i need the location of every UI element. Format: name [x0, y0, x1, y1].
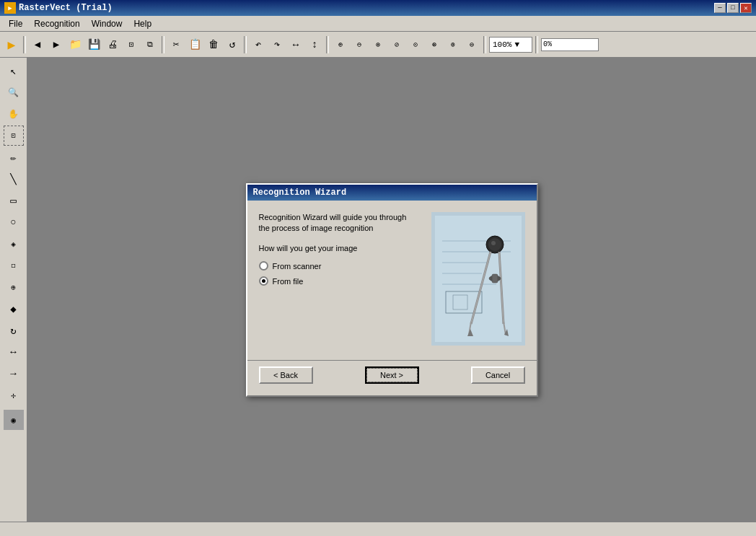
tb-tool7[interactable]: ⊚: [444, 36, 462, 53]
main-area: ↖ 🔍 ✋ ⊡ ✏ ╲ ▭ ○ ◈ ◻ ⊕ ◆ ↻ ↔ → ✢ ◉ Recogn…: [0, 58, 756, 522]
tool-rectangle[interactable]: ▭: [4, 190, 24, 211]
menu-bar: File Recognition Window Help: [0, 16, 756, 32]
tool-pointer[interactable]: ↖: [4, 61, 24, 81]
tool-circle[interactable]: ○: [4, 212, 24, 232]
tool-line[interactable]: ╲: [4, 169, 24, 189]
wizard-image: [431, 212, 525, 346]
tool-node-edit[interactable]: ◆: [4, 299, 24, 319]
tool-pencil[interactable]: ✏: [4, 147, 24, 167]
app-icon: ▶: [4, 2, 16, 14]
tb-paste[interactable]: 📋: [186, 36, 203, 53]
separator-2: [162, 36, 164, 53]
back-button[interactable]: < Back: [259, 366, 313, 384]
tool-eraser[interactable]: ◻: [4, 255, 24, 276]
tool-fill[interactable]: ◈: [4, 234, 24, 254]
svg-rect-21: [492, 274, 498, 283]
title-bar-controls: ─ □ ✕: [714, 3, 752, 13]
wizard-description: Recognition Wizard will guide you throug…: [259, 212, 423, 234]
wizard-question: How will you get your image: [259, 244, 423, 252]
tb-forward[interactable]: ▶: [48, 36, 65, 53]
wizard-dialog: Recognition Wizard Recognition Wizard wi…: [246, 183, 538, 397]
title-bar: ▶ RasterVect (Trial) ─ □ ✕: [0, 0, 756, 16]
title-bar-left: ▶ RasterVect (Trial): [4, 2, 113, 14]
progress-bar: 0%: [541, 38, 599, 51]
toolbar: ▶ ◀ ▶ 📁 💾 🖨 ⊡ ⧉ ✂ 📋 🗑 ↺ ↶ ↷ ↔ ↕ ⊕ ⊖ ⊗ ⊘ …: [0, 32, 756, 58]
status-text: [3, 525, 8, 534]
cancel-button[interactable]: Cancel: [471, 366, 525, 384]
tb-tool4[interactable]: ⊘: [388, 36, 405, 53]
tb-tool1[interactable]: ⊕: [332, 36, 349, 53]
menu-window[interactable]: Window: [86, 17, 128, 30]
tb-back[interactable]: ◀: [29, 36, 46, 53]
toolbar-logo: ▶: [3, 36, 20, 53]
tool-zoom[interactable]: 🔍: [4, 82, 24, 102]
menu-help[interactable]: Help: [128, 17, 157, 30]
left-toolbar: ↖ 🔍 ✋ ⊡ ✏ ╲ ▭ ○ ◈ ◻ ⊕ ◆ ↻ ↔ → ✢ ◉: [0, 58, 27, 522]
radio-scanner-label: From scanner: [273, 262, 322, 271]
maximize-button[interactable]: □: [727, 3, 739, 13]
wizard-body: Recognition Wizard will guide you throug…: [247, 201, 537, 357]
tb-copy[interactable]: ⧉: [141, 36, 159, 53]
tb-tool2[interactable]: ⊖: [351, 36, 368, 53]
tool-color-pick[interactable]: ⊕: [4, 277, 24, 297]
tb-flip-v[interactable]: ↕: [306, 36, 323, 53]
tb-tool5[interactable]: ⊙: [407, 36, 424, 53]
separator-4: [326, 36, 329, 53]
tool-compass[interactable]: ✢: [4, 385, 24, 405]
radio-from-file[interactable]: From file: [259, 276, 423, 286]
wizard-left: Recognition Wizard will guide you throug…: [259, 212, 423, 346]
dialog-overlay: Recognition Wizard Recognition Wizard wi…: [27, 58, 756, 522]
tb-undo[interactable]: ↺: [224, 36, 241, 53]
tb-delete[interactable]: 🗑: [205, 36, 222, 53]
separator-6: [535, 36, 538, 53]
separator-5: [483, 36, 486, 53]
tb-tool6[interactable]: ⊛: [426, 36, 443, 53]
svg-point-11: [491, 241, 496, 245]
wizard-title: Recognition Wizard: [253, 188, 347, 198]
tool-arrow[interactable]: →: [4, 364, 24, 384]
tb-rotate-right[interactable]: ↷: [268, 36, 286, 53]
wizard-footer: < Back Next > Cancel: [247, 360, 537, 395]
tb-open-folder[interactable]: 📁: [66, 36, 84, 53]
close-button[interactable]: ✕: [740, 3, 752, 13]
radio-from-scanner[interactable]: From scanner: [259, 261, 423, 271]
tb-rotate-left[interactable]: ↶: [250, 36, 267, 53]
separator-3: [244, 36, 247, 53]
tb-scan[interactable]: ⊡: [123, 36, 140, 53]
zoom-combo[interactable]: 100% ▼: [489, 37, 532, 53]
radio-file-label: From file: [273, 277, 304, 286]
next-button[interactable]: Next >: [365, 366, 419, 384]
menu-recognition[interactable]: Recognition: [28, 17, 85, 30]
tool-measure[interactable]: ↔: [4, 342, 24, 362]
canvas-area: Recognition Wizard Recognition Wizard wi…: [27, 58, 756, 522]
tb-flip-h[interactable]: ↔: [287, 36, 304, 53]
status-bar: [0, 522, 756, 536]
tb-tool3[interactable]: ⊗: [369, 36, 387, 53]
tb-tool8[interactable]: ⊜: [463, 36, 480, 53]
menu-file[interactable]: File: [3, 17, 28, 30]
svg-rect-1: [435, 216, 522, 342]
tool-rotate[interactable]: ↻: [4, 320, 24, 341]
tb-save[interactable]: 💾: [85, 36, 102, 53]
minimize-button[interactable]: ─: [714, 3, 726, 13]
tb-cut[interactable]: ✂: [167, 36, 185, 53]
tool-pan[interactable]: ✋: [4, 104, 24, 124]
radio-scanner-circle: [259, 261, 268, 271]
wizard-title-bar: Recognition Wizard: [247, 185, 537, 201]
tool-extra[interactable]: ◉: [4, 410, 24, 430]
app-title: RasterVect (Trial): [19, 3, 113, 13]
tb-print[interactable]: 🖨: [104, 36, 121, 53]
tool-select-rect[interactable]: ⊡: [4, 126, 24, 146]
separator-1: [23, 36, 26, 53]
radio-file-circle: [259, 276, 268, 286]
